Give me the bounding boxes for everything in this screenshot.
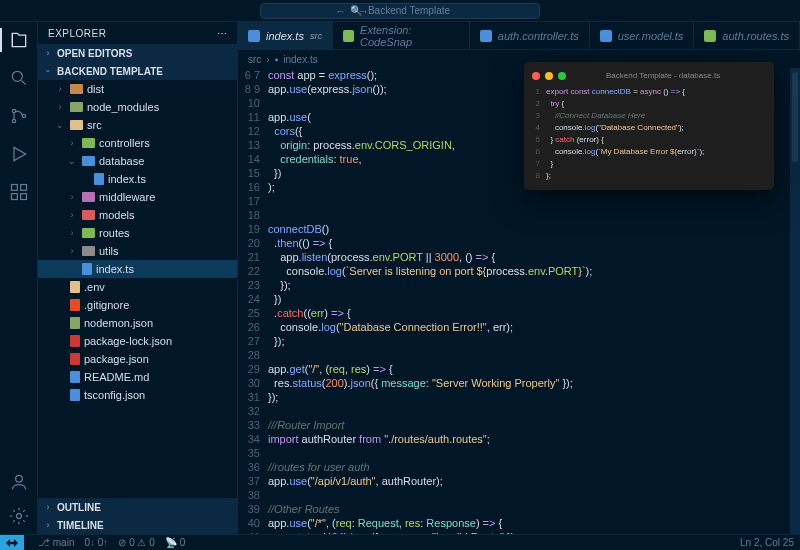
back-arrow-icon[interactable]: ← [335,5,346,17]
folder-database[interactable]: ⌄database [38,152,237,170]
line-gutter: 6 7 8 9 10 11 12 13 14 15 16 17 18 19 20… [238,68,268,534]
tab-auth-controller-ts[interactable]: auth.controller.ts [470,22,590,49]
folder-node_modules[interactable]: ›node_modules [38,98,237,116]
timeline-section[interactable]: › TIMELINE [38,516,237,534]
file--gitignore[interactable]: .gitignore [38,296,237,314]
activity-bar [0,22,38,534]
maximize-dot-icon [558,72,566,80]
tab-user-model-ts[interactable]: user.model.ts [590,22,695,49]
minimize-dot-icon [545,72,553,80]
ts-file-icon: ▪ [275,54,279,65]
run-debug-icon[interactable] [9,144,29,164]
file-tree: ›dist›node_modules⌄src›controllers⌄datab… [38,80,237,498]
open-editors-section[interactable]: › OPEN EDITORS [38,44,237,62]
search-text: Backend Template [368,5,450,16]
chevron-down-icon: › [43,65,53,77]
snap-lines: export const connectDB = async () => { t… [546,86,704,182]
file-tsconfig-json[interactable]: tsconfig.json [38,386,237,404]
project-label: BACKEND TEMPLATE [57,66,163,77]
close-dot-icon [532,72,540,80]
port-status[interactable]: 📡 0 [165,537,185,548]
more-icon[interactable]: ⋯ [217,28,228,39]
snap-gutter: 1 2 3 4 5 6 7 8 [532,86,546,182]
explorer-label: EXPLORER [48,28,106,39]
sync-status[interactable]: 0↓ 0↑ [84,537,108,548]
forward-arrow-icon[interactable]: → [358,5,369,17]
nav-arrows: ← → [335,5,369,17]
sidebar: EXPLORER ⋯ › OPEN EDITORS › BACKEND TEMP… [38,22,238,534]
tab-extension-codesnap[interactable]: Extension: CodeSnap [333,22,470,49]
source-control-icon[interactable] [9,106,29,126]
remote-indicator[interactable] [0,535,24,551]
open-editors-label: OPEN EDITORS [57,48,132,59]
folder-controllers[interactable]: ›controllers [38,134,237,152]
project-section[interactable]: › BACKEND TEMPLATE [38,62,237,80]
folder-utils[interactable]: ›utils [38,242,237,260]
svg-rect-4 [11,185,17,191]
svg-point-0 [12,71,22,81]
file-package-lock-json[interactable]: package-lock.json [38,332,237,350]
tab-index-ts[interactable]: index.tssrc [238,22,333,49]
svg-point-2 [12,119,15,122]
status-bar: ⎇ main 0↓ 0↑ ⊘ 0 ⚠ 0 📡 0 Ln 2, Col 25 [0,534,800,550]
file--env[interactable]: .env [38,278,237,296]
settings-icon[interactable] [9,506,29,526]
extensions-icon[interactable] [9,182,29,202]
file-nodemon-json[interactable]: nodemon.json [38,314,237,332]
errors-status[interactable]: ⊘ 0 ⚠ 0 [118,537,154,548]
svg-point-1 [12,109,15,112]
cursor-position[interactable]: Ln 2, Col 25 [740,537,794,548]
file-README-md[interactable]: README.md [38,368,237,386]
command-center[interactable]: 🔍 Backend Template [260,3,540,19]
svg-point-9 [16,514,21,519]
chevron-right-icon: › [42,502,54,512]
editor-tabs: index.tssrcExtension: CodeSnapauth.contr… [238,22,800,50]
svg-point-8 [15,475,22,482]
vertical-scrollbar[interactable] [790,68,800,534]
chevron-right-icon: › [42,520,54,530]
chevron-right-icon: › [42,48,54,58]
git-branch[interactable]: ⎇ main [38,537,74,548]
accounts-icon[interactable] [9,472,29,492]
scroll-thumb[interactable] [792,72,798,162]
tab-auth-routes-ts[interactable]: auth.routes.ts [694,22,800,49]
svg-rect-7 [20,194,26,200]
title-bar: ← → 🔍 Backend Template [0,0,800,22]
file-package-json[interactable]: package.json [38,350,237,368]
file-index-ts[interactable]: index.ts [38,170,237,188]
codesnap-overlay: Backend Template - database.ts 1 2 3 4 5… [524,62,774,190]
folder-models[interactable]: ›models [38,206,237,224]
sidebar-title: EXPLORER ⋯ [38,22,237,44]
breadcrumb-item[interactable]: src [248,54,261,65]
breadcrumb-item[interactable]: index.ts [283,54,317,65]
timeline-label: TIMELINE [57,520,104,531]
folder-src[interactable]: ⌄src [38,116,237,134]
outline-label: OUTLINE [57,502,101,513]
folder-routes[interactable]: ›routes [38,224,237,242]
codesnap-title: Backend Template - database.ts [606,70,720,82]
outline-section[interactable]: › OUTLINE [38,498,237,516]
svg-rect-6 [11,194,17,200]
explorer-icon[interactable] [9,30,29,50]
chevron-right-icon: › [266,54,269,65]
file-index-ts[interactable]: index.ts [38,260,237,278]
search-activity-icon[interactable] [9,68,29,88]
folder-middleware[interactable]: ›middleware [38,188,237,206]
folder-dist[interactable]: ›dist [38,80,237,98]
svg-rect-5 [20,185,26,191]
